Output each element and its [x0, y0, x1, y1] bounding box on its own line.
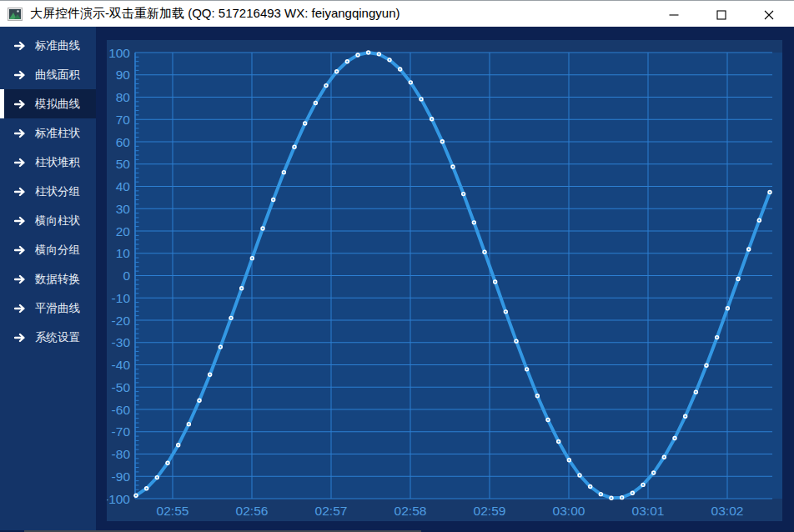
sidebar-item-label: 数据转换	[35, 272, 80, 287]
arrow-right-icon	[14, 304, 26, 314]
sidebar-item-2[interactable]: 模拟曲线	[0, 89, 96, 118]
y-tick-label: -40	[112, 358, 131, 372]
x-tick-label: 02:57	[315, 504, 348, 518]
y-tick-label: -90	[112, 469, 131, 484]
x-tick-label: 02:55	[157, 504, 189, 518]
sidebar-item-6[interactable]: 横向柱状	[0, 206, 96, 235]
sidebar-item-1[interactable]: 曲线面积	[0, 60, 96, 89]
y-tick-label: -50	[112, 380, 131, 394]
arrow-right-icon	[14, 245, 26, 255]
sidebar-item-0[interactable]: 标准曲线	[0, 31, 96, 60]
y-tick-label: 20	[116, 224, 131, 238]
sidebar-item-5[interactable]: 柱状分组	[0, 177, 96, 206]
sidebar-item-label: 平滑曲线	[35, 301, 80, 316]
x-tick-label: 03:02	[711, 504, 744, 518]
sidebar-item-9[interactable]: 平滑曲线	[0, 294, 96, 323]
y-tick-label: -70	[112, 424, 131, 439]
active-indicator-bar	[0, 89, 4, 118]
minimize-button[interactable]	[650, 2, 697, 28]
app-picture-icon	[8, 8, 23, 21]
sidebar-item-8[interactable]: 数据转换	[0, 264, 96, 294]
x-tick-label: 02:59	[474, 504, 506, 518]
sidebar-item-label: 模拟曲线	[35, 97, 80, 112]
maximize-button[interactable]	[697, 2, 745, 28]
close-icon	[764, 10, 774, 20]
window-title: 大屏控件演示-双击重新加载 (QQ: 517216493 WX: feiyang…	[30, 6, 400, 22]
sidebar-item-3[interactable]: 标准柱状	[0, 118, 96, 148]
x-tick-label: 02:56	[236, 504, 269, 518]
arrow-right-icon	[14, 41, 26, 51]
sidebar-item-label: 曲线面积	[35, 68, 80, 83]
y-tick-label: 80	[116, 90, 131, 104]
sine-line-chart[interactable]: 1009080706050403020100-10-20-30-40-50-60…	[107, 40, 782, 521]
y-tick-label: -100	[107, 492, 130, 506]
arrow-right-icon	[14, 216, 26, 226]
arrow-right-icon	[14, 333, 26, 343]
y-tick-label: 90	[116, 68, 131, 82]
y-tick-label: 10	[116, 246, 131, 260]
y-tick-label: -60	[112, 403, 131, 417]
sidebar-item-label: 横向分组	[35, 243, 80, 258]
sidebar-item-label: 标准曲线	[35, 38, 80, 53]
maximize-icon	[716, 10, 726, 20]
arrow-right-icon	[14, 70, 26, 80]
arrow-right-icon	[14, 99, 26, 109]
y-tick-label: 40	[116, 179, 131, 193]
chart-widget: 1009080706050403020100-10-20-30-40-50-60…	[107, 40, 782, 521]
arrow-right-icon	[14, 187, 26, 197]
sidebar-item-label: 标准柱状	[35, 126, 80, 141]
sidebar-menu: 标准曲线曲线面积模拟曲线标准柱状柱状堆积柱状分组横向柱状横向分组数据转换平滑曲线…	[0, 27, 96, 532]
sidebar-item-label: 柱状堆积	[35, 155, 80, 170]
arrow-right-icon	[14, 274, 26, 284]
arrow-right-icon	[14, 128, 26, 138]
sidebar-item-label: 横向柱状	[35, 213, 80, 228]
arrow-right-icon	[14, 158, 26, 168]
sidebar-item-label: 系统设置	[35, 330, 80, 345]
sidebar-item-10[interactable]: 系统设置	[0, 323, 96, 352]
y-tick-label: -80	[112, 447, 131, 461]
minimize-icon	[669, 10, 679, 20]
y-tick-label: 70	[116, 113, 131, 127]
y-tick-label: -10	[112, 291, 131, 305]
y-tick-label: 0	[123, 269, 130, 283]
x-tick-label: 03:01	[632, 504, 665, 518]
window-controls	[650, 2, 792, 28]
x-tick-label: 02:58	[394, 504, 427, 518]
y-tick-label: 100	[108, 46, 130, 60]
y-tick-label: 60	[116, 135, 131, 149]
sidebar-item-4[interactable]: 柱状堆积	[0, 148, 96, 177]
y-tick-label: -30	[112, 335, 131, 349]
y-tick-label: -20	[112, 314, 131, 328]
close-button[interactable]	[745, 2, 792, 28]
sidebar-item-7[interactable]: 横向分组	[0, 235, 96, 264]
x-tick-label: 03:00	[553, 504, 585, 518]
y-tick-label: 30	[116, 202, 131, 216]
y-tick-label: 50	[116, 157, 131, 171]
titlebar: 大屏控件演示-双击重新加载 (QQ: 517216493 WX: feiyang…	[0, 0, 794, 27]
sidebar-item-label: 柱状分组	[35, 184, 80, 199]
